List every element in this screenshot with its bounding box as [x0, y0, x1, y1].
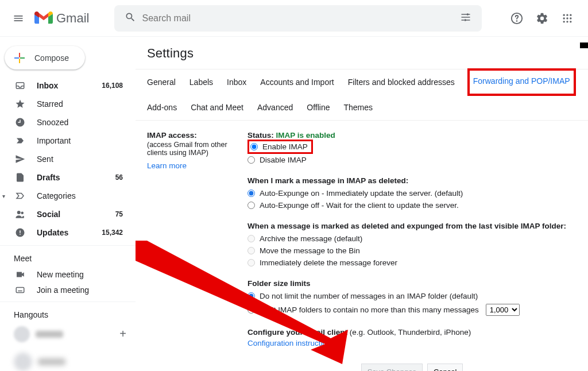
sidebar-item-important[interactable]: Important	[0, 132, 130, 150]
meet-new-meeting[interactable]: New meeting	[0, 266, 136, 282]
body-container: Compose Inbox 16,108 Starred Snoozed Imp…	[0, 37, 588, 371]
sidebar-item-sent[interactable]: Sent	[0, 150, 130, 168]
config-client-heading: Configure your email client (e.g. Outloo…	[247, 328, 577, 337]
hangouts-heading: Hangouts	[14, 310, 136, 319]
folder-nolimit-radio[interactable]	[247, 292, 255, 300]
hangouts-user-row[interactable]: +	[14, 326, 136, 342]
important-icon	[15, 136, 26, 146]
keyboard-icon	[15, 285, 26, 295]
sidebar-item-social[interactable]: Social 75	[0, 205, 130, 223]
imap-side-label: IMAP access: (access Gmail from other cl…	[147, 131, 236, 371]
svg-point-9	[570, 17, 571, 19]
imap-body: Status: IMAP is enabled Enable IMAP Disa…	[247, 131, 577, 371]
folder-limit-select[interactable]: 1,000	[486, 304, 520, 316]
search-bar[interactable]	[114, 5, 482, 32]
main-menu-button[interactable]	[5, 5, 32, 32]
svg-point-15	[21, 212, 24, 215]
expunge-delete-radio[interactable]	[247, 259, 255, 266]
compose-plus-icon	[13, 51, 26, 65]
imap-status: Status: IMAP is enabled	[247, 131, 577, 140]
sidebar-item-categories[interactable]: ▾ Categories	[0, 187, 130, 205]
folder-limit-radio[interactable]	[247, 306, 255, 314]
search-icon	[119, 11, 142, 25]
sidebar-item-inbox[interactable]: Inbox 16,108	[0, 76, 130, 95]
settings-button[interactable]	[531, 7, 554, 30]
tab-accounts[interactable]: Accounts and Import	[260, 69, 334, 95]
svg-point-12	[570, 21, 571, 22]
tab-advanced[interactable]: Advanced	[257, 95, 293, 120]
support-button[interactable]	[505, 7, 528, 30]
settings-buttons: Save Changes Cancel	[247, 364, 577, 371]
auto-expunge-on-row[interactable]: Auto-Expunge on - Immediately update the…	[247, 187, 577, 199]
auto-expunge-on-radio[interactable]	[247, 190, 255, 197]
settings-tabs: General Labels Inbox Accounts and Import…	[136, 69, 588, 121]
disable-imap-row[interactable]: Disable IMAP	[247, 154, 577, 166]
expunge-bin-radio[interactable]	[247, 247, 255, 254]
svg-point-3	[517, 21, 517, 21]
svg-point-1	[467, 13, 469, 15]
imap-access-section: IMAP access: (access Gmail from other cl…	[147, 131, 577, 371]
tab-labels[interactable]: Labels	[189, 69, 213, 95]
expunge-heading: When a message is marked as deleted and …	[247, 222, 577, 230]
svg-point-0	[465, 19, 466, 21]
tab-filters[interactable]: Filters and blocked addresses	[348, 69, 455, 95]
svg-rect-17	[16, 288, 24, 293]
compose-label: Compose	[34, 53, 69, 63]
meet-heading: Meet	[0, 245, 136, 266]
tab-chat-meet[interactable]: Chat and Meet	[191, 95, 243, 120]
inbox-icon	[15, 80, 26, 91]
expunge-archive-row[interactable]: Archive the message (default)	[247, 233, 577, 245]
svg-point-6	[570, 14, 571, 16]
tab-forwarding-pop-imap[interactable]: Forwarding and POP/IMAP	[467, 68, 576, 96]
auto-expunge-off-row[interactable]: Auto-Expunge off - Wait for the client t…	[247, 199, 577, 211]
gmail-logo-text: Gmail	[56, 11, 89, 26]
compose-button[interactable]: Compose	[5, 46, 85, 69]
tab-addons[interactable]: Add-ons	[147, 95, 177, 120]
hangouts-section: Hangouts +	[0, 302, 136, 371]
search-input[interactable]	[142, 13, 454, 24]
star-icon	[15, 99, 26, 109]
meet-join-meeting[interactable]: Join a meeting	[0, 283, 136, 298]
folder-nolimit-row[interactable]: Do not limit the number of messages in a…	[247, 290, 577, 302]
tab-general[interactable]: General	[147, 69, 176, 95]
enable-imap-radio[interactable]	[250, 143, 258, 150]
save-changes-button[interactable]: Save Changes	[361, 364, 423, 371]
expunge-delete-row[interactable]: Immediately delete the message forever	[247, 257, 577, 269]
hangouts-user-row[interactable]	[14, 353, 136, 371]
clock-icon	[15, 117, 26, 127]
expunge-bin-row[interactable]: Move the message to the Bin	[247, 245, 577, 257]
auto-expunge-off-radio[interactable]	[247, 202, 255, 209]
gmail-logo[interactable]: Gmail	[34, 11, 89, 26]
sidebar-item-starred[interactable]: Starred	[0, 95, 130, 113]
disable-imap-radio[interactable]	[247, 156, 255, 164]
help-icon	[510, 12, 523, 25]
expunge-archive-radio[interactable]	[247, 235, 255, 242]
learn-more-link[interactable]: Learn more	[147, 161, 187, 170]
tab-themes[interactable]: Themes	[344, 95, 373, 120]
folder-limit-row[interactable]: Limit IMAP folders to contain no more th…	[247, 302, 577, 318]
svg-point-11	[566, 21, 568, 22]
hangouts-add-button[interactable]: +	[119, 327, 126, 341]
search-options-icon[interactable]	[454, 11, 477, 25]
video-icon	[15, 269, 26, 280]
settings-main: Settings General Labels Inbox Accounts a…	[136, 37, 588, 371]
svg-point-8	[566, 17, 568, 19]
google-apps-button[interactable]	[556, 7, 579, 30]
hamburger-icon	[13, 13, 24, 24]
drafts-icon	[15, 172, 26, 183]
cancel-button[interactable]: Cancel	[427, 364, 463, 371]
avatar	[14, 353, 32, 371]
sent-icon	[15, 154, 26, 164]
tab-offline[interactable]: Offline	[307, 95, 330, 120]
nav-list: Inbox 16,108 Starred Snoozed Important S…	[0, 76, 136, 242]
sidebar-item-updates[interactable]: Updates 15,342	[0, 223, 130, 242]
hangouts-name-obscured	[36, 331, 63, 338]
sidebar-item-snoozed[interactable]: Snoozed	[0, 113, 130, 132]
config-instructions-link[interactable]: Configuration instructions	[247, 339, 335, 347]
header-actions	[505, 7, 583, 30]
settings-content: IMAP access: (access Gmail from other cl…	[136, 121, 588, 371]
enable-imap-highlight: Enable IMAP	[247, 140, 313, 154]
sidebar-item-drafts[interactable]: Drafts 56	[0, 168, 130, 187]
svg-point-7	[563, 17, 565, 19]
tab-inbox[interactable]: Inbox	[227, 69, 246, 95]
